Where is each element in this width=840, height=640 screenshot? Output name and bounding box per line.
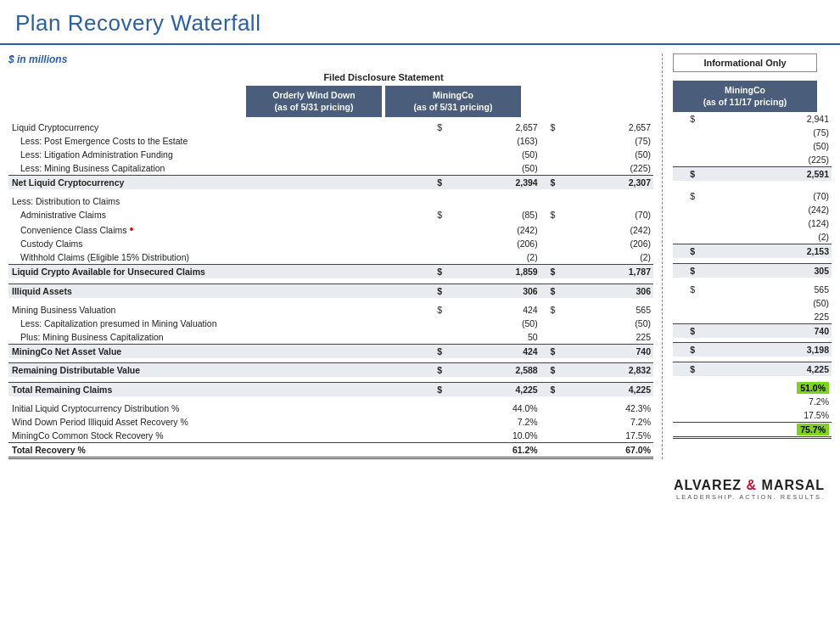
col3-dollar: $ (673, 323, 697, 338)
col1-dollar (427, 194, 445, 208)
info-table-row: 225 (673, 310, 832, 324)
col2-value: (206) (557, 237, 653, 250)
col2-dollar: $ (540, 284, 558, 298)
col2-value: (242) (557, 222, 653, 237)
header-bar: Plan Recovery Waterfall (0, 0, 840, 45)
col2-dollar: $ (540, 208, 558, 222)
col3-value: 3,198 (697, 343, 832, 357)
col1-dollar (427, 134, 445, 148)
table-row: Wind Down Period Illiquid Asset Recovery… (8, 415, 653, 429)
col1-value: (206) (445, 237, 540, 250)
info-table-row: (75) (673, 126, 832, 139)
col3-dollar: $ (673, 167, 697, 182)
col1-dollar (427, 401, 445, 415)
red-dot-icon: • (129, 222, 133, 236)
col3-value: (50) (697, 139, 832, 153)
row-label: Plus: Mining Business Capitalization (8, 330, 427, 345)
info-table-row: $ (70) (673, 189, 832, 203)
am-logo: ALVAREZ & MARSAL LEADERSHIP. ACTION. RES… (674, 478, 825, 501)
col2-value: 565 (557, 303, 653, 317)
col3-dollar (673, 203, 697, 216)
col1-value: (2) (445, 250, 540, 265)
col1-dollar: $ (427, 121, 445, 134)
col3-value: (70) (697, 189, 832, 203)
col1-dollar: $ (427, 176, 445, 190)
info-table-row: $ 2,591 (673, 167, 832, 182)
row-label: Mining Business Valuation (8, 303, 427, 317)
col3-value: 565 (697, 283, 832, 296)
table-row: Less: Mining Business Capitalization (50… (8, 161, 653, 176)
col1-dollar (427, 442, 445, 458)
table-row: Less: Distribution to Claims (8, 194, 653, 208)
col2-dollar (540, 134, 558, 148)
col2-value: 7.2% (557, 415, 653, 429)
col2-dollar (540, 317, 558, 330)
col1-value: 424 (445, 303, 540, 317)
col1-dollar (427, 317, 445, 330)
col3-value: 2,153 (697, 244, 832, 259)
table-row: Initial Liquid Cryptocurrency Distributi… (8, 401, 653, 415)
informational-only-box: Informational Only (673, 53, 817, 72)
col3-dollar: $ (673, 112, 697, 126)
green-highlight: 51.0% (797, 382, 829, 394)
col1-value: 61.2% (445, 442, 540, 458)
col1-block: Orderly Wind Down (as of 5/31 pricing) (246, 86, 382, 117)
row-label: Custody Claims (8, 237, 427, 250)
col2-value: 17.5% (557, 429, 653, 443)
col1-value: (50) (445, 148, 540, 161)
col3-dollar (673, 422, 697, 437)
col3-dollar: $ (673, 362, 697, 376)
col1-value: (50) (445, 161, 540, 176)
col1-value: (163) (445, 134, 540, 148)
col2-value: 67.0% (557, 442, 653, 458)
col2-dollar: $ (540, 265, 558, 279)
col3-dollar: $ (673, 244, 697, 259)
info-table-row: (124) (673, 216, 832, 230)
col3-dollar: $ (673, 283, 697, 296)
col3-value: 305 (697, 263, 832, 278)
row-label: Initial Liquid Cryptocurrency Distributi… (8, 401, 427, 415)
col1-value: 50 (445, 330, 540, 345)
row-label: Total Recovery % (8, 442, 427, 458)
col3-dollar (673, 216, 697, 230)
table-row: Net Liquid Cryptocurrency $ 2,394 $ 2,30… (8, 176, 653, 190)
col2-value: (50) (557, 317, 653, 330)
col3-dollar (673, 230, 697, 244)
col1-value (445, 194, 540, 208)
content-area: $ in millions Filed Disclosure Statement… (0, 45, 840, 468)
col1-dollar (427, 148, 445, 161)
col2-value: 2,307 (557, 176, 653, 190)
col1-dollar: $ (427, 284, 445, 298)
row-label: Net Liquid Cryptocurrency (8, 176, 427, 190)
green-highlight: 75.7% (797, 424, 829, 435)
col1-value: 1,859 (445, 265, 540, 279)
col2-value: (70) (557, 208, 653, 222)
row-label: Liquid Cryptocurrency (8, 121, 427, 134)
col3-dollar (673, 310, 697, 324)
company-name: ALVAREZ & MARSAL (674, 478, 825, 493)
col1-dollar: $ (427, 382, 445, 396)
col2-dollar (540, 415, 558, 429)
col1-value: (50) (445, 317, 540, 330)
company-tagline: LEADERSHIP. ACTION. RESULTS. (674, 493, 825, 501)
row-label: MiningCo Net Asset Value (8, 344, 427, 358)
col3-value: (50) (697, 296, 832, 310)
col2-value: (225) (557, 161, 653, 176)
col3-value: 17.5% (697, 408, 832, 423)
col2-dollar: $ (540, 303, 558, 317)
col2-dollar (540, 161, 558, 176)
col2-dollar: $ (540, 363, 558, 378)
table-row: Withhold Claims (Eligible 15% Distributi… (8, 250, 653, 265)
row-label: Illiquid Assets (8, 284, 427, 298)
col3-dollar: $ (673, 343, 697, 357)
col1-value: 10.0% (445, 429, 540, 443)
table-row: Less: Post Emergence Costs to the Estate… (8, 134, 653, 148)
col3-value: 2,941 (697, 112, 832, 126)
table-row: Convenience Class Claims • (242) (242) (8, 222, 653, 237)
table-row: Custody Claims (206) (206) (8, 237, 653, 250)
info-table-row: (50) (673, 296, 832, 310)
col3-dollar: $ (673, 263, 697, 278)
col2-value: 2,832 (557, 363, 653, 378)
col3-value: (225) (697, 153, 832, 167)
col1-dollar: $ (427, 303, 445, 317)
